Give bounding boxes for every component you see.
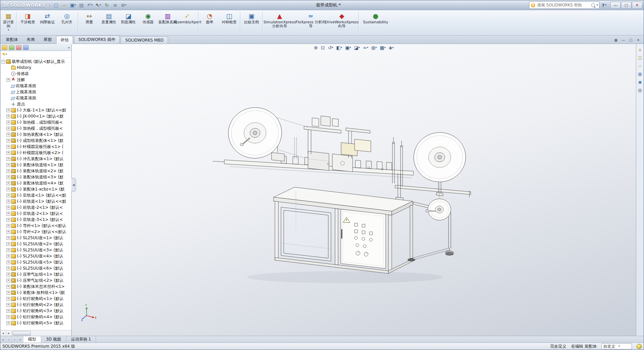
- save-button[interactable]: ▣ ▾: [69, 1, 77, 9]
- tree-item[interactable]: + (-) 铝行材角码<2> (默认: [0, 302, 71, 308]
- tree-item[interactable]: + (-) 装配体轨道组<3> (默: [0, 174, 71, 180]
- scroll-left-icon[interactable]: ◂: [0, 331, 6, 336]
- new-button[interactable]: ▢: [52, 1, 60, 9]
- tree-expander[interactable]: +: [6, 267, 10, 270]
- tree-expander[interactable]: +: [6, 242, 10, 246]
- sensors-tool[interactable]: ◉ 传感器: [138, 11, 158, 34]
- tree-item[interactable]: 原点: [0, 101, 71, 107]
- tree-horizontal-scrollbar[interactable]: ◂ ▸: [0, 330, 71, 336]
- tree-expander[interactable]: +: [6, 279, 10, 282]
- tree-item[interactable]: − 载带成型机 (默认<默认_显示: [0, 58, 71, 65]
- close-button[interactable]: ✕: [632, 2, 642, 9]
- model-mechanism[interactable]: [271, 116, 403, 201]
- tree-expander[interactable]: +: [6, 297, 10, 301]
- fm-tab-properties[interactable]: [9, 45, 15, 50]
- tree-item[interactable]: + (-) 成型组装配体<1> (默: [0, 138, 71, 144]
- minimize-document-icon[interactable]: —: [620, 37, 627, 43]
- tree-expander[interactable]: +: [6, 206, 10, 209]
- select-button[interactable]: ↖ ▾: [94, 1, 102, 9]
- tree-item[interactable]: + (-) 装配体轨道组<2> (默: [0, 168, 71, 174]
- tree-item[interactable]: + (-) SL25UU座<4> (默认: [0, 253, 71, 259]
- minimize-button[interactable]: —: [610, 2, 621, 9]
- tree-item[interactable]: + (-) 铝行材角码<3> (默认: [0, 308, 71, 314]
- taskpane-resources[interactable]: ⌂: [637, 47, 643, 52]
- print-button[interactable]: ▤: [77, 1, 86, 9]
- tree-item[interactable]: + (-) 装配体轨道组<1> (默: [0, 162, 71, 168]
- tile-windows-icon[interactable]: ▦: [613, 37, 619, 43]
- tree-expander[interactable]: +: [6, 273, 10, 276]
- taskpane-design-library[interactable]: ◫: [637, 55, 643, 60]
- taskpane-file-explorer[interactable]: ▱: [637, 63, 643, 69]
- section-view-icon[interactable]: ◧ ▾: [335, 45, 343, 50]
- tree-expander[interactable]: +: [6, 321, 10, 325]
- tree-item[interactable]: 上视基准面: [0, 89, 71, 95]
- interference-detection-tool[interactable]: ◨ 干涉检查: [18, 11, 38, 34]
- tree-expander[interactable]: +: [6, 248, 10, 252]
- tab-motion-study-1[interactable]: 运动算例 1: [66, 336, 96, 343]
- model-right-reel[interactable]: [411, 130, 468, 184]
- clearance-verification-tool[interactable]: ⇄ 间隙验证: [38, 11, 57, 34]
- tree-item[interactable]: 前视基准面: [0, 83, 71, 89]
- display-style-icon[interactable]: ◪ ▾: [353, 45, 361, 50]
- taskpane-custom-properties[interactable]: ▤: [637, 87, 643, 93]
- tree-item[interactable]: + (-) 铝行材角码<4> (默认: [0, 314, 71, 320]
- help-button[interactable]: ? ▾: [600, 3, 608, 8]
- tab-solidworks-mbd[interactable]: SOLIDWORKS MBD: [121, 36, 168, 44]
- tree-expander[interactable]: +: [6, 139, 10, 143]
- tree-item[interactable]: + (-) 装配体-放料组<1> (默: [0, 290, 71, 296]
- scrollbar-thumb[interactable]: [13, 331, 31, 335]
- tree-item[interactable]: + (-) 冲孔装配体<1> (默认: [0, 156, 71, 162]
- driveworksxpress-tool[interactable]: ◆ DriveWorksXpress 向导: [326, 11, 357, 34]
- zoom-area-icon[interactable]: ⊡: [320, 45, 326, 50]
- tree-expander[interactable]: +: [6, 260, 10, 264]
- tree-item[interactable]: + (-) 压带气缸组<2> (默认: [0, 277, 71, 283]
- tree-expander[interactable]: +: [6, 285, 10, 289]
- tree-item[interactable]: + (-) 导杆<2> (默认<<默认: [0, 229, 71, 235]
- ribbon-separator[interactable]: [198, 12, 199, 33]
- status-sphere-icon[interactable]: [637, 344, 642, 349]
- ribbon-separator[interactable]: [78, 12, 78, 33]
- tree-item[interactable]: 传感器: [0, 71, 71, 77]
- measure-tool[interactable]: ↔ 测量: [79, 11, 99, 34]
- ribbon-separator[interactable]: [16, 12, 17, 33]
- tree-item[interactable]: + (-) SL25UU座<2> (默认: [0, 241, 71, 247]
- tree-expander[interactable]: +: [6, 121, 10, 124]
- tab-layout[interactable]: 布局: [22, 35, 39, 44]
- doc-nav-last[interactable]: »: [18, 336, 23, 343]
- tree-item[interactable]: + (-) 铝行材角码<5> (默认: [0, 320, 71, 326]
- tree-expander[interactable]: +: [6, 145, 10, 149]
- tree-expander[interactable]: +: [6, 127, 10, 130]
- ribbon-separator[interactable]: [358, 12, 359, 33]
- mass-properties-tool[interactable]: ▤ 质量属性: [99, 11, 119, 34]
- tree-item[interactable]: + (-) SL25UU座<3> (默认: [0, 247, 71, 253]
- view-settings-icon[interactable]: ◈ ▾: [388, 45, 395, 50]
- help-search-box[interactable]: ? ▾: [529, 1, 599, 9]
- tree-expander[interactable]: +: [6, 133, 10, 136]
- scroll-right-icon[interactable]: ▸: [6, 331, 12, 336]
- ribbon-separator[interactable]: [240, 12, 241, 33]
- taskpane-appearances[interactable]: ◉: [637, 79, 643, 85]
- close-document-icon[interactable]: ✕: [635, 37, 642, 43]
- ribbon-separator[interactable]: [262, 12, 263, 33]
- search-icon[interactable]: [591, 3, 595, 7]
- panel-collapse-handle[interactable]: ◀: [71, 178, 76, 192]
- fm-tabs-overflow[interactable]: »: [68, 45, 70, 50]
- apply-scene-icon[interactable]: ▦ ▾: [379, 45, 386, 50]
- zoom-fit-icon[interactable]: ⊕: [313, 45, 319, 50]
- fm-tab-configurations[interactable]: [16, 45, 22, 50]
- tree-expander[interactable]: +: [6, 169, 10, 173]
- tree-item[interactable]: + (-) 前轨道<1> (默认<<默: [0, 198, 71, 204]
- tree-item[interactable]: History: [0, 65, 71, 71]
- design-study-tool[interactable]: ▦ 设计算例 ▾: [2, 11, 15, 34]
- tree-item[interactable]: + (-) JX-000<1> (默认<默: [0, 113, 71, 119]
- tree-item[interactable]: + (-) 大板-1<1> (默认<<默: [0, 107, 71, 113]
- maximize-button[interactable]: ▢: [621, 2, 631, 9]
- file-properties-button[interactable]: ≡: [111, 1, 119, 9]
- tab-evaluate[interactable]: 评估: [56, 36, 73, 44]
- tree-expander[interactable]: +: [6, 175, 10, 179]
- curvature-tool[interactable]: ◔ 曲率: [200, 11, 219, 34]
- tree-expander[interactable]: +: [6, 157, 10, 161]
- tree-item[interactable]: + (-) 压带气缸组<1> (默认: [0, 271, 71, 277]
- tree-expander[interactable]: +: [6, 212, 10, 216]
- tree-expander[interactable]: +: [6, 163, 10, 167]
